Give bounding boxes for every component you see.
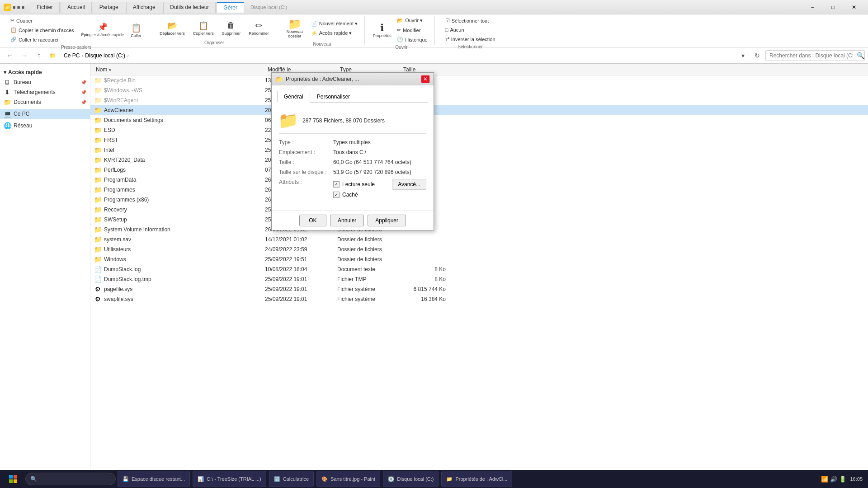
taskbar-item-0[interactable]: 💾Espace disque restant... <box>118 471 190 487</box>
aucun-button[interactable]: □ Aucun <box>442 26 467 34</box>
table-row[interactable]: 📁 SWSetup 25/09/2022 19:51 Dossier de fi… <box>90 215 868 225</box>
table-row[interactable]: 📁 Utilisateurs 24/09/2022 23:59 Dossier … <box>90 244 868 254</box>
volume-tray-icon[interactable]: 🔊 <box>830 476 837 483</box>
table-row[interactable]: ⚙ swapfile.sys 25/09/2022 19:01 Fichier … <box>90 294 868 304</box>
table-row[interactable]: 📁 Intel 25/09/2022 19:01 Dossier de fich… <box>90 145 868 155</box>
renommer-button[interactable]: ✏ Renommer <box>245 18 272 38</box>
file-icon: 📁 <box>94 87 101 94</box>
tab-partage[interactable]: Partage <box>93 2 125 13</box>
inverser-button[interactable]: ⇄ Inverser la sélection <box>442 35 499 43</box>
copier-vers-button[interactable]: 📋 Copier vers <box>190 18 217 38</box>
table-row[interactable]: 📁 ProgramData 26/09/2022 12:57 Dossier d… <box>90 175 868 185</box>
taskbar-item-1[interactable]: 📊C:\ - TreeSize (TRIAL ...) <box>193 471 266 487</box>
taskbar-search[interactable]: 🔍 <box>25 473 116 485</box>
taskbar-item-label: Calculatrice <box>283 476 309 482</box>
taskbar-item-4[interactable]: 💽Disque local (C:) <box>383 471 439 487</box>
historique-button[interactable]: 🕐 Historique <box>394 35 431 44</box>
table-row[interactable]: 📁 Programmes (x86) 26/09/2022 12:56 Doss… <box>90 195 868 205</box>
dialog-close-button[interactable]: ✕ <box>421 75 430 83</box>
table-row[interactable]: 📁 PerfLogs 07/12/2019 10:14 Dossier de f… <box>90 165 868 175</box>
ouvrir-button[interactable]: 📂 Ouvrir ▾ <box>394 16 431 25</box>
network-tray-icon[interactable]: 📶 <box>821 476 828 483</box>
sidebar-item-documents[interactable]: 📁 Documents 📌 <box>0 97 90 107</box>
tab-fichier[interactable]: Fichier <box>30 2 60 13</box>
dialog-tabs: Général Personnaliser <box>277 91 428 103</box>
table-row[interactable]: ⚙ pagefile.sys 25/09/2022 19:01 Fichier … <box>90 284 868 294</box>
deplacer-button[interactable]: 📂 Déplacer vers <box>156 18 188 38</box>
taskbar-item-2[interactable]: 🔢Calculatrice <box>269 471 314 487</box>
table-row[interactable]: 📁 Programmes 26/09/2022 01:50 Dossier de… <box>90 185 868 195</box>
up-button[interactable]: ↑ <box>33 49 45 62</box>
col-header-name[interactable]: Nom▲ <box>94 66 266 73</box>
file-icon: 📁 <box>94 146 101 154</box>
breadcrumb-drive[interactable]: Disque local (C:) <box>85 52 125 59</box>
taskbar-clock[interactable]: 16:05 <box>850 476 863 482</box>
appliquer-button[interactable]: Appliquer <box>368 215 406 226</box>
table-row[interactable]: 📁 Documents and Settings 06/09/2021 23:1… <box>90 115 868 125</box>
quick-access-header[interactable]: ▾ Accès rapide <box>0 67 90 77</box>
modifier-button[interactable]: ✏ Modifier <box>394 26 431 34</box>
cache-checkbox[interactable]: ✓ <box>333 192 340 198</box>
nouvel-element-button[interactable]: 📄 Nouvel élément ▾ <box>308 19 361 28</box>
ok-button[interactable]: OK <box>299 215 326 226</box>
sidebar-item-ce-pc[interactable]: 💻 Ce PC <box>0 109 90 119</box>
sidebar-item-reseau[interactable]: 🌐 Réseau <box>0 121 90 131</box>
dialog-tab-general[interactable]: Général <box>277 91 310 103</box>
table-row[interactable]: 📁 Recovery 25/09/2022 00:08 Dossier de f… <box>90 205 868 215</box>
table-row[interactable]: 📁 $WinREAgent 25/09/2022 00:24 Dossier d… <box>90 95 868 105</box>
sidebar-item-bureau[interactable]: 🖥 Bureau 📌 <box>0 77 90 87</box>
table-row[interactable]: 📄 DumpStack.log.tmp 25/09/2022 19:01 Fic… <box>90 274 868 284</box>
lecture-seule-checkbox[interactable]: ✓ <box>333 181 340 188</box>
taskbar-item-3[interactable]: 🎨Sans titre.jpg - Paint <box>316 471 380 487</box>
back-button[interactable]: ← <box>4 49 16 62</box>
breadcrumb[interactable]: Ce PC › Disque local (C:) › <box>60 50 735 61</box>
nouveau-dossier-button[interactable]: 📁 Nouveau dossier <box>283 16 306 41</box>
tab-affichage[interactable]: Affichage <box>126 2 162 13</box>
copy-icon: 📋 <box>198 20 209 31</box>
acces-rapide-button[interactable]: ⚡ Accès rapide ▾ <box>308 29 361 38</box>
table-row[interactable]: 📁 ESD 22/09/2022 23:09 Dossier de fichie… <box>90 125 868 135</box>
dropdown-button[interactable]: ▾ <box>736 49 749 62</box>
table-row[interactable]: 📁 KVRT2020_Data 20/09/2022 20:31 Dossier… <box>90 155 868 165</box>
selectionner-tout-button[interactable]: ☑ Sélectionner tout <box>442 16 492 25</box>
windows-icon <box>9 474 18 483</box>
table-row[interactable]: 📁 system.sav 14/12/2021 01:02 Dossier de… <box>90 235 868 244</box>
sidebar-item-telechargements[interactable]: ⬇ Téléchargements 📌 <box>0 87 90 97</box>
proprietes-button[interactable]: ℹ Propriétés <box>372 20 392 40</box>
avance-button[interactable]: Avancé... <box>392 179 426 190</box>
battery-tray-icon[interactable]: 🔋 <box>839 476 846 483</box>
table-row[interactable]: 📄 DumpStack.log 10/08/2022 18:04 Documen… <box>90 264 868 274</box>
dialog-tab-personnaliser[interactable]: Personnaliser <box>310 91 357 103</box>
col-header-type[interactable]: Type <box>338 66 401 73</box>
bureau-icon: 🖥 <box>4 79 11 86</box>
table-row[interactable]: 📁 System Volume Information 26/09/2022 0… <box>90 225 868 235</box>
coller-raccourci-button[interactable]: 🔗 Coller le raccourci <box>7 35 77 44</box>
coller-button[interactable]: 📋 Coller <box>127 20 145 40</box>
breadcrumb-cepc[interactable]: Ce PC <box>64 52 80 59</box>
col-header-date[interactable]: Modifié le <box>266 66 338 73</box>
col-header-size[interactable]: Taille <box>401 66 447 73</box>
location-icon: 📁 <box>47 50 58 61</box>
refresh-button[interactable]: ↻ <box>751 49 764 62</box>
supprimer-button[interactable]: 🗑 Supprimer <box>219 18 244 38</box>
tab-accueil[interactable]: Accueil <box>61 2 92 13</box>
start-button[interactable] <box>2 471 24 487</box>
dialog-row-emplacement: Emplacement : Tous dans C:\ <box>279 149 426 155</box>
tab-outils-lecteur[interactable]: Outils de lecteur <box>163 2 216 13</box>
annuler-button[interactable]: Annuler <box>330 215 364 226</box>
table-row[interactable]: 📁 $Windows.~WS 25/09/2022 17:14 Dossier … <box>90 85 868 95</box>
table-row[interactable]: 📁 Windows 25/09/2022 19:51 Dossier de fi… <box>90 254 868 264</box>
close-button[interactable]: ✕ <box>844 0 864 14</box>
search-input[interactable] <box>765 50 865 61</box>
couper-button[interactable]: ✂ Couper <box>7 16 77 25</box>
table-row[interactable]: 📁 $Recycle.Bin 13/09/2021 23:15 Dossier … <box>90 75 868 85</box>
maximize-button[interactable]: □ <box>823 0 844 14</box>
minimize-button[interactable]: − <box>802 0 823 14</box>
epingler-button[interactable]: 📌 Épingler à Accès rapide <box>79 20 127 38</box>
table-row[interactable]: 📁 AdwCleaner 20/12/2021 09:21 Dossier de… <box>90 105 868 115</box>
forward-button[interactable]: → <box>18 49 31 62</box>
taskbar-item-5[interactable]: 📁Propriétés de : AdwCl... <box>441 471 512 487</box>
copier-chemin-button[interactable]: 📋 Copier le chemin d'accès <box>7 26 77 34</box>
table-row[interactable]: 📁 FRST 25/09/2022 01:50 Dossier de fichi… <box>90 135 868 145</box>
tab-gerer[interactable]: Gérer <box>217 2 244 13</box>
